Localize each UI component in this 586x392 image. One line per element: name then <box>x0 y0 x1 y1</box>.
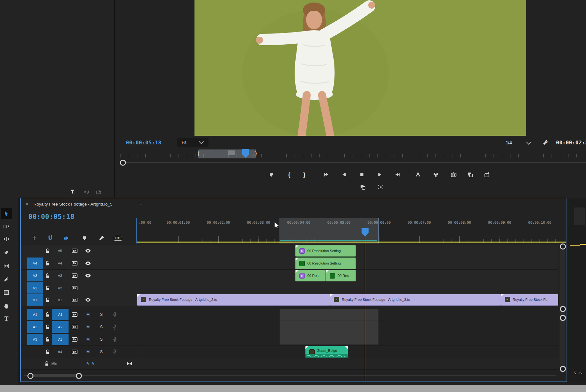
clip-v3-res-b[interactable]: 00 Res <box>326 270 356 281</box>
sync-lock-icon[interactable] <box>72 286 77 290</box>
captions-icon[interactable]: CC <box>113 233 123 243</box>
monitor-right-timecode[interactable]: 00:00:02:2 <box>556 140 586 146</box>
panel-menu-icon[interactable]: ≡ <box>139 201 142 207</box>
track-select-forward-tool[interactable] <box>3 223 10 230</box>
solo-button[interactable]: S <box>99 312 104 317</box>
header-content-divider[interactable] <box>137 218 137 369</box>
mute-button[interactable]: M <box>85 350 91 354</box>
sync-lock-icon[interactable] <box>72 261 77 265</box>
track-name-badge-a3[interactable]: A3 <box>52 334 69 345</box>
mix-track-name[interactable]: Mix <box>51 362 66 366</box>
eye-icon[interactable] <box>85 274 91 278</box>
source-patch-a3[interactable]: A3 <box>27 334 43 345</box>
mic-icon[interactable] <box>113 324 117 330</box>
lock-icon[interactable] <box>45 286 50 291</box>
source-patch-v3[interactable]: V3 <box>27 270 43 281</box>
playhead-line[interactable] <box>365 236 365 381</box>
sync-lock-icon[interactable] <box>72 325 77 329</box>
slip-tool[interactable] <box>3 262 10 269</box>
sync-lock-icon[interactable] <box>72 249 77 253</box>
track-name[interactable]: A4 <box>53 350 67 354</box>
mic-icon[interactable] <box>113 337 117 342</box>
linked-selection-icon[interactable]: C <box>62 233 71 243</box>
go-to-out-button[interactable] <box>392 170 403 179</box>
video-scroll-knob-top[interactable] <box>560 243 566 250</box>
button-editor-button[interactable] <box>375 182 386 192</box>
playback-resolution-select[interactable]: 1/4 <box>506 139 538 147</box>
selection-tool[interactable] <box>3 210 10 217</box>
clip-v1-artgrid-2[interactable]: fx Royalty Free Stock Footage - Artgrid.… <box>137 294 330 306</box>
track-name[interactable]: V4 <box>53 261 67 265</box>
keyframe-bowtie-icon[interactable] <box>127 361 132 366</box>
eye-icon[interactable] <box>85 261 91 265</box>
mute-button[interactable]: M <box>85 312 91 317</box>
mic-icon[interactable] <box>113 349 117 354</box>
zoom-level-select[interactable]: Fit <box>177 138 209 147</box>
viewbar-left-brace[interactable]: { <box>198 150 199 156</box>
mark-out-button[interactable]: } <box>299 170 310 179</box>
monitor-settings-wrench-icon[interactable] <box>541 138 550 147</box>
video-scroll-knob-bottom[interactable] <box>560 306 566 312</box>
clip-v5-resolution-setting[interactable]: fx 00 Resolution Setting <box>295 245 356 257</box>
track-name[interactable]: V5 <box>53 249 67 253</box>
step-forward-button[interactable] <box>374 170 385 179</box>
comparison-view-button[interactable] <box>357 182 369 192</box>
rectangle-tool[interactable] <box>3 289 10 296</box>
mini-scrollbar-track[interactable] <box>121 162 586 163</box>
pen-tool[interactable] <box>3 276 10 283</box>
clip-v1-artgrid-3[interactable]: fx Royalty Free Stock Footage - Artgrid.… <box>330 294 501 306</box>
ripple-edit-tool[interactable] <box>3 236 10 243</box>
sliver-solo-2[interactable]: S <box>579 371 582 375</box>
source-patch-a1[interactable]: A1 <box>27 309 43 320</box>
solo-button[interactable]: S <box>99 337 104 342</box>
track-name[interactable]: V3 <box>53 274 67 278</box>
mark-in-button[interactable]: { <box>283 170 295 179</box>
sync-lock-icon[interactable] <box>72 298 77 302</box>
hscroll-knob-right[interactable] <box>76 373 82 379</box>
audio-scroll-knob-bottom[interactable] <box>560 366 566 372</box>
monitor-current-timecode[interactable]: 00:00:05:18 <box>126 140 161 146</box>
clip-v4-resolution-setting[interactable]: 00 Resolution Setting <box>295 258 356 269</box>
hscroll-knob-left[interactable] <box>27 373 33 379</box>
clip-a4-zoom-bulge[interactable]: Zoom_Bulge <box>305 346 348 358</box>
lift-button[interactable] <box>412 170 424 179</box>
mini-scrollbar-knob[interactable] <box>120 160 126 166</box>
lock-icon[interactable] <box>45 312 50 317</box>
sync-lock-icon[interactable] <box>72 350 77 354</box>
solo-button[interactable]: S <box>99 325 104 329</box>
track-name[interactable]: V1 <box>53 298 67 302</box>
mic-icon[interactable] <box>113 312 117 317</box>
add-marker-button[interactable] <box>266 170 277 179</box>
nest-sequence-icon[interactable] <box>30 233 39 243</box>
eye-icon[interactable] <box>85 298 91 302</box>
lock-icon[interactable] <box>45 337 50 342</box>
track-name-badge-a2[interactable]: A2 <box>52 321 69 333</box>
razor-tool[interactable] <box>3 249 10 256</box>
lock-icon[interactable] <box>45 349 50 354</box>
go-to-in-button[interactable] <box>320 170 332 179</box>
viewbar-right-brace[interactable]: } <box>255 150 257 156</box>
source-patch-v1[interactable]: V1 <box>27 294 43 306</box>
work-area-yellow-line[interactable] <box>137 242 566 243</box>
clip-v1-artgrid-4[interactable]: fx Royalty Free Stock Fo <box>501 294 558 306</box>
sync-lock-icon[interactable] <box>72 337 77 342</box>
mute-button[interactable]: M <box>85 337 91 342</box>
lock-icon[interactable] <box>45 261 50 266</box>
lock-icon[interactable] <box>45 273 50 278</box>
sliver-solo-1[interactable]: S <box>574 371 576 375</box>
eye-icon[interactable] <box>85 249 91 253</box>
horizontal-scrollbar-track[interactable] <box>24 375 556 376</box>
insert-button[interactable] <box>465 170 476 179</box>
audio-scroll-knob-top[interactable] <box>560 315 566 321</box>
step-back-button[interactable] <box>338 170 350 179</box>
lock-icon[interactable] <box>44 361 49 366</box>
tab-close-button[interactable]: × <box>26 201 28 207</box>
lock-icon[interactable] <box>45 297 50 302</box>
extract-button[interactable] <box>430 170 442 179</box>
audition-play-icon[interactable] <box>83 188 91 196</box>
viewbar-thumb[interactable] <box>228 150 235 155</box>
solo-button[interactable]: S <box>99 350 104 354</box>
source-patch-a2[interactable]: A2 <box>27 321 43 333</box>
lock-icon[interactable] <box>45 248 50 253</box>
collapsed-track-teal-strip[interactable] <box>280 240 377 241</box>
